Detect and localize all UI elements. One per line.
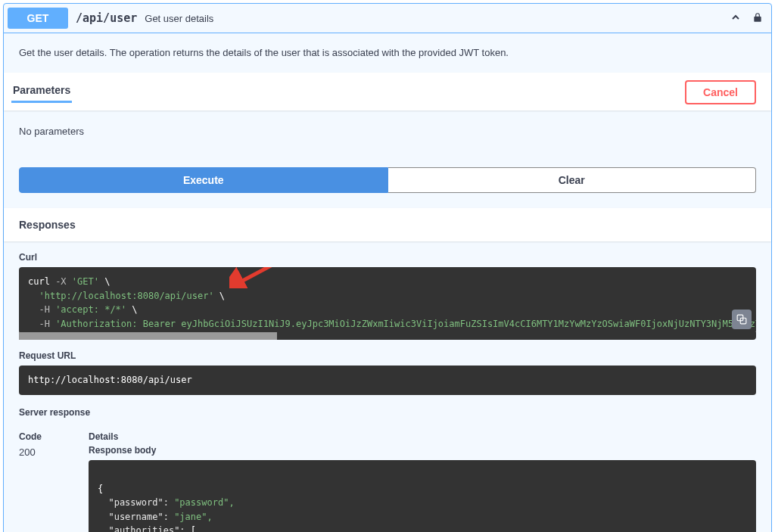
responses-section: Curl curl -X 'GET' \ 'http://localhost:8… [4, 252, 771, 532]
code-column-label: Code [19, 431, 43, 442]
lock-icon[interactable] [748, 12, 767, 25]
execute-button[interactable]: Execute [19, 167, 388, 193]
curl-label: Curl [19, 252, 756, 263]
response-column-headers: Code Details [19, 431, 756, 442]
parameters-header: Parameters Cancel [4, 73, 771, 110]
operation-block: GET /api/user Get user details Get the u… [3, 3, 772, 532]
annotation-arrow-icon [229, 267, 275, 293]
operation-summary-text: Get user details [145, 13, 213, 24]
copy-curl-button[interactable] [732, 310, 752, 329]
request-url-block[interactable]: http://localhost:8080/api/user [19, 366, 756, 395]
operation-summary[interactable]: GET /api/user Get user details [4, 4, 771, 33]
clear-button[interactable]: Clear [388, 167, 757, 193]
operation-description: Get the user details. The operation retu… [4, 33, 771, 73]
response-status-code: 200 [19, 445, 43, 458]
parameters-tab[interactable]: Parameters [11, 84, 72, 103]
response-body-block[interactable]: { "password": "password", "username": "j… [89, 460, 756, 532]
curl-scrollbar[interactable] [19, 332, 756, 340]
responses-title: Responses [4, 208, 771, 241]
method-badge: GET [8, 8, 68, 29]
svg-line-3 [237, 267, 271, 284]
server-response-label: Server response [19, 407, 756, 418]
execute-wrapper: Execute Clear [4, 152, 771, 208]
details-column-label: Details [89, 431, 118, 442]
chevron-up-icon[interactable] [724, 11, 748, 26]
operation-path: /api/user [68, 11, 145, 25]
request-url-label: Request URL [19, 350, 756, 361]
response-body-label: Response body [89, 445, 756, 456]
cancel-button[interactable]: Cancel [685, 80, 756, 104]
curl-block[interactable]: curl -X 'GET' \ 'http://localhost:8080/a… [19, 267, 756, 334]
no-parameters-text: No parameters [4, 110, 771, 152]
